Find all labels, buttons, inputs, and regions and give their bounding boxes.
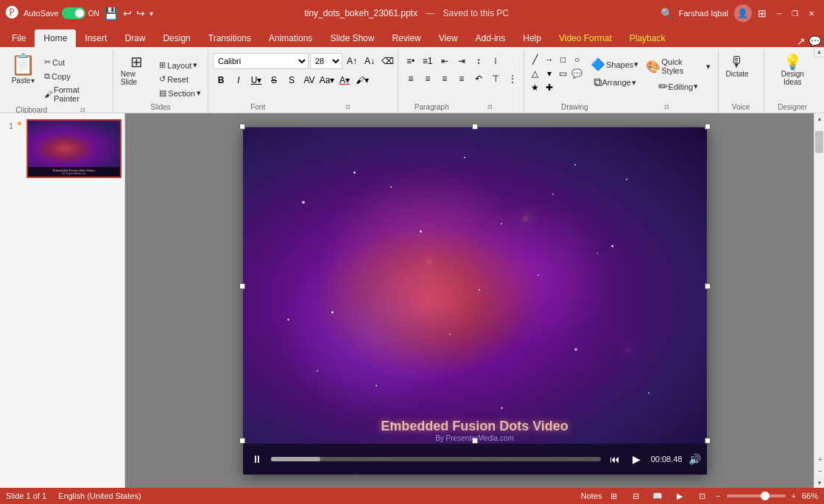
smartart-button[interactable]: ⋮ — [504, 71, 521, 87]
highlight-button[interactable]: 🖌▾ — [354, 72, 370, 88]
close-button[interactable]: ✕ — [805, 7, 818, 20]
zoom-slider[interactable] — [727, 494, 786, 497]
ribbon-collapse-button[interactable]: ▲ — [814, 47, 824, 57]
handle-mr[interactable] — [705, 283, 711, 289]
align-right-button[interactable]: ≡ — [437, 71, 453, 87]
tab-insert[interactable]: Insert — [76, 29, 116, 47]
redo-icon[interactable]: ↪ — [136, 7, 145, 19]
design-ideas-button[interactable]: 💡 Design Ideas — [769, 53, 817, 88]
cut-button[interactable]: ✂ Cut — [42, 56, 108, 68]
shape-line[interactable]: ╱ — [529, 53, 542, 66]
columns-button[interactable]: ⁞ — [487, 53, 504, 69]
decrease-font-button[interactable]: A↓ — [362, 53, 378, 69]
search-icon[interactable]: 🔍 — [661, 7, 673, 19]
scroll-up-arrow[interactable]: ▲ — [814, 113, 824, 124]
progress-bar[interactable] — [271, 457, 601, 461]
editing-button[interactable]: ✏ Editing ▾ — [643, 78, 713, 95]
paragraph-expand-icon[interactable]: ⊡ — [461, 104, 519, 110]
dictate-button[interactable]: 🎙 Dictate — [723, 53, 752, 79]
tab-view[interactable]: View — [430, 29, 467, 47]
line-spacing-button[interactable]: ↕ — [471, 53, 487, 69]
save-icon[interactable]: 💾 — [104, 7, 119, 21]
user-avatar[interactable]: 👤 — [734, 4, 752, 22]
align-text-button[interactable]: ⊤ — [487, 71, 504, 87]
copy-button[interactable]: ⧉ Copy — [42, 70, 108, 82]
handle-tc[interactable] — [472, 124, 478, 129]
restore-button[interactable]: ❐ — [789, 7, 802, 20]
tab-help[interactable]: Help — [514, 29, 550, 47]
reading-view-button[interactable]: 📖 — [649, 489, 666, 503]
underline-button[interactable]: U▾ — [248, 72, 264, 88]
bold-button[interactable]: B — [213, 72, 229, 88]
clear-format-button[interactable]: ⌫ — [379, 53, 395, 69]
paste-button[interactable]: 📋 Paste ▾ — [6, 53, 41, 85]
shape-tri[interactable]: △ — [529, 67, 542, 80]
play-button[interactable]: ▶ — [629, 451, 645, 467]
case-button[interactable]: Aa▾ — [319, 72, 335, 88]
handle-tl[interactable] — [239, 124, 245, 129]
scroll-zoom-in[interactable]: + — [815, 454, 824, 464]
tab-playback[interactable]: Playback — [621, 29, 675, 47]
section-button[interactable]: ▤ Section ▾ — [157, 87, 203, 99]
font-name-select[interactable]: Calibri — [213, 53, 309, 69]
zoom-level[interactable]: 66% — [802, 491, 818, 500]
normal-view-button[interactable]: ⊞ — [605, 489, 621, 503]
tab-review[interactable]: Review — [383, 29, 429, 47]
tab-animations[interactable]: Animations — [260, 29, 321, 47]
paste-label[interactable]: Paste ▾ — [12, 77, 35, 85]
clipboard-expand-icon[interactable]: ⊡ — [57, 107, 108, 113]
handle-ml[interactable] — [239, 283, 245, 289]
scroll-zoom-out[interactable]: − — [815, 466, 824, 476]
increase-font-button[interactable]: A↑ — [344, 53, 360, 69]
ribbon-display-icon[interactable]: ⊞ — [758, 7, 767, 19]
align-justify-button[interactable]: ≡ — [454, 71, 470, 87]
drawing-expand-icon[interactable]: ⊡ — [621, 104, 714, 110]
tab-slideshow[interactable]: Slide Show — [321, 29, 383, 47]
bullets-button[interactable]: ≡• — [403, 53, 419, 69]
align-center-button[interactable]: ≡ — [420, 71, 436, 87]
tab-file[interactable]: File — [3, 29, 35, 47]
tab-design[interactable]: Design — [154, 29, 199, 47]
zoom-thumb[interactable] — [761, 491, 770, 500]
comments-icon[interactable]: 💬 — [809, 35, 821, 47]
zoom-decrease[interactable]: − — [716, 491, 720, 500]
fit-button[interactable]: ⊡ — [694, 489, 710, 503]
pause-button[interactable]: ⏸ — [249, 451, 265, 467]
shape-oval[interactable]: ○ — [571, 53, 584, 66]
align-left-button[interactable]: ≡ — [403, 71, 419, 87]
share-icon[interactable]: ↗ — [797, 35, 806, 47]
tab-home[interactable]: Home — [35, 29, 76, 47]
slide-canvas[interactable]: Embedded Fusion Dots Video By PresenterM… — [243, 127, 707, 475]
reset-button[interactable]: ↺ Reset — [157, 73, 203, 85]
slideshow-button[interactable]: ▶ — [672, 489, 688, 503]
undo-icon[interactable]: ↩ — [123, 7, 132, 19]
autosave-toggle[interactable]: AutoSave ON — [24, 7, 99, 19]
tab-transitions[interactable]: Transitions — [200, 29, 260, 47]
volume-button[interactable]: 🔊 — [689, 453, 701, 465]
shape-rounded-rect[interactable]: ▭ — [557, 67, 570, 80]
shape-rect[interactable]: □ — [557, 53, 570, 66]
shapes-button[interactable]: 🔷 Shapes ▾ — [588, 56, 641, 73]
zoom-increase[interactable]: + — [792, 491, 796, 500]
shape-more[interactable]: ▾ — [543, 67, 556, 80]
slide-thumbnail-1[interactable]: Embedded Fusion Dots Video By PresenterM… — [27, 119, 122, 178]
numbering-button[interactable]: ≡1 — [420, 53, 436, 69]
indent-decrease-button[interactable]: ⇤ — [437, 53, 453, 69]
layout-button[interactable]: ⊞ Layout ▾ — [157, 59, 203, 71]
tab-addins[interactable]: Add-ins — [467, 29, 515, 47]
quick-access-dropdown[interactable]: ▾ — [149, 10, 153, 18]
text-direction-button[interactable]: ↶ — [471, 71, 487, 87]
format-painter-button[interactable]: 🖌 Format Painter — [42, 84, 108, 104]
rewind-button[interactable]: ⏮ — [607, 451, 623, 467]
arrange-button[interactable]: ⧉ Arrange ▾ — [591, 74, 639, 90]
tab-video-format[interactable]: Video Format — [550, 29, 621, 47]
font-color-button[interactable]: A▾ — [337, 72, 353, 88]
notes-button[interactable]: Notes — [583, 489, 599, 503]
tab-draw[interactable]: Draw — [116, 29, 154, 47]
scroll-down-arrow[interactable]: ▼ — [814, 478, 824, 488]
strikethrough-button[interactable]: S — [266, 72, 282, 88]
new-slide-button[interactable]: ⊞ New Slide — [118, 53, 155, 88]
font-size-select[interactable]: 28 — [310, 53, 342, 69]
minimize-button[interactable]: ─ — [772, 7, 786, 20]
autosave-toggle-switch[interactable] — [62, 7, 85, 19]
